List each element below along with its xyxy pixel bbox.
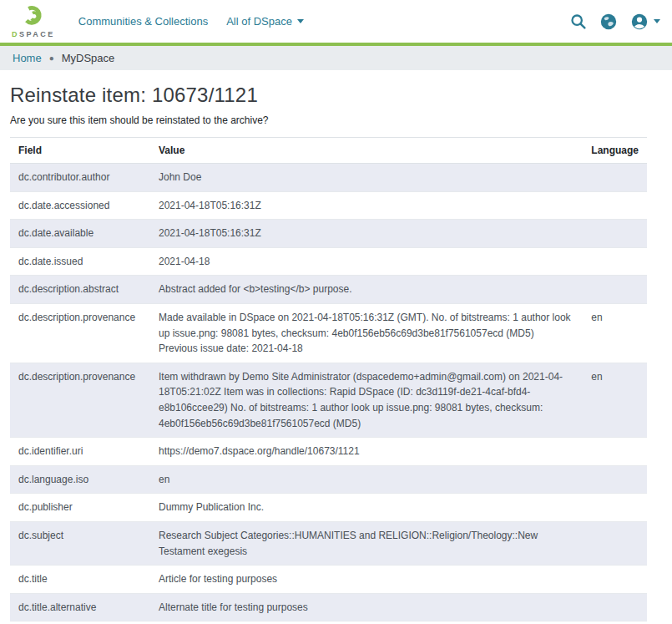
field-cell: dc.language.iso	[10, 465, 150, 494]
value-cell: en	[150, 465, 583, 494]
value-cell: 2021-04-18T05:16:31Z	[150, 191, 583, 220]
chevron-down-icon	[654, 19, 660, 23]
language-cell: en	[583, 303, 647, 363]
table-row: dc.title Article for testing purposes	[10, 566, 647, 594]
navbar-right	[569, 13, 660, 31]
value-cell: Research Subject Categories::HUMANITIES …	[150, 521, 583, 565]
language-cell	[583, 438, 647, 466]
table-row: dc.date.available 2021-04-18T05:16:31Z	[10, 220, 647, 248]
field-cell: dc.title	[10, 566, 150, 594]
top-navbar: DSPACE Communities & Collections All of …	[0, 0, 672, 46]
value-cell: 2021-04-18T05:16:31Z	[150, 220, 583, 248]
language-cell	[583, 521, 647, 565]
language-cell	[583, 220, 647, 248]
column-header-field: Field	[10, 138, 150, 164]
field-cell: dc.date.available	[10, 220, 150, 248]
breadcrumb-current: MyDSpace	[62, 52, 115, 64]
language-cell	[583, 247, 647, 276]
nav-all-of-dspace[interactable]: All of DSpace	[226, 15, 304, 28]
value-cell: Article for testing purposes	[150, 566, 583, 594]
table-row: dc.date.accessioned 2021-04-18T05:16:31Z	[10, 191, 647, 220]
field-cell: dc.date.accessioned	[10, 191, 150, 220]
table-row: dc.contributor.author John Doe	[10, 164, 647, 192]
value-cell: Item withdrawn by Demo Site Administrato…	[150, 363, 583, 437]
value-cell: Abstract added for <b>testing</b> purpos…	[150, 276, 583, 304]
language-cell	[583, 465, 647, 494]
value-cell: 2021-04-18	[150, 247, 583, 276]
language-cell	[583, 164, 647, 192]
table-row: dc.title.alternative Alternate title for…	[10, 593, 647, 621]
column-header-language: Language	[583, 138, 647, 164]
dspace-logo[interactable]: DSPACE	[12, 5, 55, 38]
table-row: dc.subject Research Subject Categories::…	[10, 521, 647, 565]
field-cell: dc.description.provenance	[10, 303, 150, 363]
metadata-table: Field Value Language dc.contributor.auth…	[10, 137, 647, 624]
dspace-logo-text: DSPACE	[12, 30, 55, 38]
language-globe-icon[interactable]	[599, 13, 618, 31]
table-row: dc.description.abstract Abstract added f…	[10, 276, 647, 304]
page-title: Reinstate item: 10673/1121	[10, 84, 647, 107]
dspace-logo-icon	[23, 5, 43, 29]
field-cell: dc.subject	[10, 521, 150, 565]
table-row: dc.identifier.uri https://demo7.dspace.o…	[10, 438, 647, 466]
field-cell: dc.title.alternative	[10, 593, 150, 621]
table-row: dc.publisher Dummy Publication Inc.	[10, 494, 647, 522]
table-row: dc.date.issued 2021-04-18	[10, 247, 647, 276]
nav-communities-collections-label: Communities & Collections	[78, 15, 208, 28]
field-cell: dc.date.issued	[10, 247, 150, 276]
value-cell: Dummy Publication Inc.	[150, 494, 583, 522]
table-header-row: Field Value Language	[10, 138, 647, 164]
metadata-table-body: dc.contributor.author John Doe dc.date.a…	[10, 164, 647, 624]
page-subtitle: Are you sure this item should be reinsta…	[10, 114, 647, 126]
main-nav: Communities & Collections All of DSpace	[78, 15, 304, 28]
language-cell	[583, 494, 647, 522]
field-cell: dc.contributor.author	[10, 164, 150, 192]
field-cell: dc.publisher	[10, 494, 150, 522]
breadcrumb: Home ● MyDSpace	[0, 46, 672, 70]
table-row: dc.description.provenance Made available…	[10, 303, 647, 363]
search-icon[interactable]	[569, 13, 587, 30]
language-cell: en	[583, 363, 647, 437]
user-icon	[630, 13, 649, 31]
table-row: dc.language.iso en	[10, 465, 647, 494]
nav-all-of-dspace-label: All of DSpace	[226, 15, 292, 28]
column-header-value: Value	[150, 138, 583, 164]
breadcrumb-separator: ●	[49, 53, 54, 63]
value-cell: https://demo7.dspace.org/handle/10673/11…	[150, 438, 583, 466]
breadcrumb-home-link[interactable]: Home	[13, 52, 42, 64]
field-cell: dc.description.provenance	[10, 363, 150, 437]
main-content: Reinstate item: 10673/1121 Are you sure …	[0, 70, 672, 624]
language-cell	[583, 276, 647, 304]
nav-communities-collections[interactable]: Communities & Collections	[78, 15, 208, 28]
field-cell: dc.description.abstract	[10, 276, 150, 304]
language-cell	[583, 191, 647, 220]
language-cell	[583, 566, 647, 594]
value-cell: Made available in DSpace on 2021-04-18T0…	[150, 303, 583, 363]
chevron-down-icon	[297, 19, 304, 23]
value-cell: Alternate title for testing purposes	[150, 593, 583, 621]
value-cell: John Doe	[150, 164, 583, 192]
field-cell: dc.identifier.uri	[10, 438, 150, 466]
table-row: dc.description.provenance Item withdrawn…	[10, 363, 647, 437]
language-cell	[583, 593, 647, 621]
user-menu[interactable]	[630, 13, 660, 31]
